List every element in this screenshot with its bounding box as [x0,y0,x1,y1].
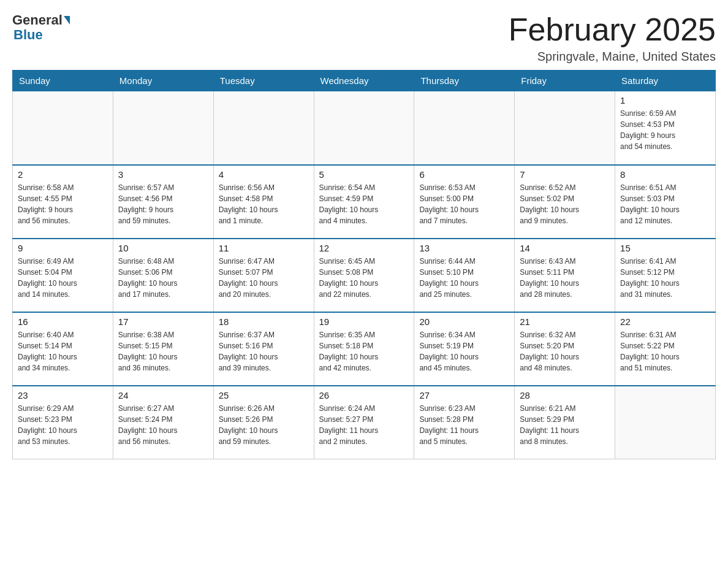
day-number: 17 [118,316,208,327]
day-number: 25 [219,390,309,400]
day-number: 21 [520,316,610,327]
day-number: 14 [520,243,610,253]
day-number: 5 [319,169,409,180]
calendar-header-wednesday: Wednesday [314,71,414,91]
day-number: 18 [219,316,309,327]
day-info: Sunrise: 6:44 AMSunset: 5:10 PMDaylight:… [419,256,509,300]
day-info: Sunrise: 6:53 AMSunset: 5:00 PMDaylight:… [419,182,509,226]
calendar-header-tuesday: Tuesday [213,71,314,91]
day-info: Sunrise: 6:59 AMSunset: 4:53 PMDaylight:… [620,108,710,152]
calendar-week-row-5: 23Sunrise: 6:29 AMSunset: 5:23 PMDayligh… [13,386,716,459]
day-number: 22 [620,316,710,327]
calendar-cell: 24Sunrise: 6:27 AMSunset: 5:24 PMDayligh… [113,386,213,459]
calendar-cell: 7Sunrise: 6:52 AMSunset: 5:02 PMDaylight… [515,165,615,239]
day-info: Sunrise: 6:35 AMSunset: 5:18 PMDaylight:… [319,329,409,373]
day-info: Sunrise: 6:37 AMSunset: 5:16 PMDaylight:… [219,329,309,373]
logo-arrow-icon [64,16,70,25]
month-title: February 2025 [509,12,716,47]
calendar-header-friday: Friday [515,71,615,91]
calendar-cell [213,91,314,165]
day-info: Sunrise: 6:45 AMSunset: 5:08 PMDaylight:… [319,256,409,300]
day-info: Sunrise: 6:43 AMSunset: 5:11 PMDaylight:… [520,256,610,300]
calendar-cell: 13Sunrise: 6:44 AMSunset: 5:10 PMDayligh… [414,239,515,312]
day-number: 20 [419,316,509,327]
day-info: Sunrise: 6:38 AMSunset: 5:15 PMDaylight:… [118,329,208,373]
calendar-cell: 28Sunrise: 6:21 AMSunset: 5:29 PMDayligh… [515,386,615,459]
calendar-week-row-2: 2Sunrise: 6:58 AMSunset: 4:55 PMDaylight… [13,165,716,239]
calendar-cell: 23Sunrise: 6:29 AMSunset: 5:23 PMDayligh… [13,386,113,459]
calendar-week-row-1: 1Sunrise: 6:59 AMSunset: 4:53 PMDaylight… [13,91,716,165]
calendar-cell [515,91,615,165]
day-number: 26 [319,390,409,400]
day-number: 9 [18,243,108,253]
day-info: Sunrise: 6:58 AMSunset: 4:55 PMDaylight:… [18,182,108,226]
day-info: Sunrise: 6:49 AMSunset: 5:04 PMDaylight:… [18,256,108,300]
day-info: Sunrise: 6:52 AMSunset: 5:02 PMDaylight:… [520,182,610,226]
calendar-cell: 21Sunrise: 6:32 AMSunset: 5:20 PMDayligh… [515,312,615,386]
calendar-cell: 10Sunrise: 6:48 AMSunset: 5:06 PMDayligh… [113,239,213,312]
calendar-cell: 20Sunrise: 6:34 AMSunset: 5:19 PMDayligh… [414,312,515,386]
calendar-cell: 22Sunrise: 6:31 AMSunset: 5:22 PMDayligh… [615,312,716,386]
day-info: Sunrise: 6:21 AMSunset: 5:29 PMDaylight:… [520,403,610,447]
calendar-cell [615,386,716,459]
day-number: 6 [419,169,509,180]
calendar-cell: 12Sunrise: 6:45 AMSunset: 5:08 PMDayligh… [314,239,414,312]
day-number: 24 [118,390,208,400]
day-number: 11 [219,243,309,253]
calendar-cell: 18Sunrise: 6:37 AMSunset: 5:16 PMDayligh… [213,312,314,386]
calendar-week-row-4: 16Sunrise: 6:40 AMSunset: 5:14 PMDayligh… [13,312,716,386]
day-info: Sunrise: 6:54 AMSunset: 4:59 PMDaylight:… [319,182,409,226]
calendar-cell: 1Sunrise: 6:59 AMSunset: 4:53 PMDaylight… [615,91,716,165]
day-info: Sunrise: 6:41 AMSunset: 5:12 PMDaylight:… [620,256,710,300]
day-number: 12 [319,243,409,253]
calendar-cell: 16Sunrise: 6:40 AMSunset: 5:14 PMDayligh… [13,312,113,386]
calendar-cell [314,91,414,165]
day-info: Sunrise: 6:56 AMSunset: 4:58 PMDaylight:… [219,182,309,226]
day-number: 3 [118,169,208,180]
day-number: 1 [620,95,710,105]
day-info: Sunrise: 6:51 AMSunset: 5:03 PMDaylight:… [620,182,710,226]
calendar-header-row: SundayMondayTuesdayWednesdayThursdayFrid… [13,71,716,91]
calendar-cell: 15Sunrise: 6:41 AMSunset: 5:12 PMDayligh… [615,239,716,312]
day-info: Sunrise: 6:32 AMSunset: 5:20 PMDaylight:… [520,329,610,373]
day-number: 27 [419,390,509,400]
day-info: Sunrise: 6:23 AMSunset: 5:28 PMDaylight:… [419,403,509,447]
day-number: 23 [18,390,108,400]
calendar-cell: 8Sunrise: 6:51 AMSunset: 5:03 PMDaylight… [615,165,716,239]
day-number: 19 [319,316,409,327]
calendar-cell: 26Sunrise: 6:24 AMSunset: 5:27 PMDayligh… [314,386,414,459]
calendar-cell: 9Sunrise: 6:49 AMSunset: 5:04 PMDaylight… [13,239,113,312]
calendar-header-monday: Monday [113,71,213,91]
day-info: Sunrise: 6:24 AMSunset: 5:27 PMDaylight:… [319,403,409,447]
calendar-cell [13,91,113,165]
day-number: 2 [18,169,108,180]
page-header: General Blue February 2025 Springvale, M… [12,12,716,64]
logo: General Blue [12,12,71,43]
calendar-cell: 25Sunrise: 6:26 AMSunset: 5:26 PMDayligh… [213,386,314,459]
calendar-cell: 14Sunrise: 6:43 AMSunset: 5:11 PMDayligh… [515,239,615,312]
day-number: 13 [419,243,509,253]
day-info: Sunrise: 6:47 AMSunset: 5:07 PMDaylight:… [219,256,309,300]
calendar-cell: 3Sunrise: 6:57 AMSunset: 4:56 PMDaylight… [113,165,213,239]
calendar-cell: 4Sunrise: 6:56 AMSunset: 4:58 PMDaylight… [213,165,314,239]
day-number: 28 [520,390,610,400]
day-info: Sunrise: 6:57 AMSunset: 4:56 PMDaylight:… [118,182,208,226]
day-number: 10 [118,243,208,253]
calendar-cell: 19Sunrise: 6:35 AMSunset: 5:18 PMDayligh… [314,312,414,386]
day-info: Sunrise: 6:26 AMSunset: 5:26 PMDaylight:… [219,403,309,447]
calendar-header-sunday: Sunday [13,71,113,91]
calendar-header-thursday: Thursday [414,71,515,91]
day-number: 16 [18,316,108,327]
calendar-cell [414,91,515,165]
day-number: 7 [520,169,610,180]
title-block: February 2025 Springvale, Maine, United … [509,12,716,64]
calendar-cell: 27Sunrise: 6:23 AMSunset: 5:28 PMDayligh… [414,386,515,459]
calendar-cell [113,91,213,165]
day-info: Sunrise: 6:40 AMSunset: 5:14 PMDaylight:… [18,329,108,373]
location-text: Springvale, Maine, United States [509,50,716,64]
day-info: Sunrise: 6:29 AMSunset: 5:23 PMDaylight:… [18,403,108,447]
day-number: 15 [620,243,710,253]
calendar-table: SundayMondayTuesdayWednesdayThursdayFrid… [12,70,716,459]
calendar-cell: 5Sunrise: 6:54 AMSunset: 4:59 PMDaylight… [314,165,414,239]
day-number: 4 [219,169,309,180]
